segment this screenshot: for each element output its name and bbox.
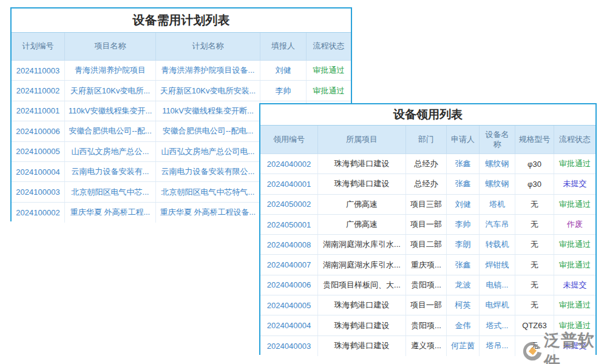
column-header-requisition-id: 领用编号 <box>260 126 318 153</box>
plan-name-cell[interactable]: 云南电力设备安装有限公... <box>156 162 260 181</box>
project-name-cell[interactable]: 重庆华夏 外高桥工程... <box>65 203 156 223</box>
spec-model-cell: QTZ63 <box>515 315 554 335</box>
plan-name-cell[interactable]: 重庆华夏 外高桥工程设备... <box>156 203 260 223</box>
requisition-id-link[interactable]: 2024050002 <box>260 195 318 214</box>
department-cell: 项目二部 <box>406 235 447 254</box>
spec-model-cell: 无 <box>515 336 554 356</box>
applicant-cell[interactable]: 李朗 <box>447 235 480 254</box>
table-row[interactable]: 2024040001 珠海鹤港口建设 总经办 张鑫 螺纹钢 φ30 未提交 <box>260 174 595 194</box>
table-row[interactable]: 2024040006 贵阳项目样板间、大... 贵阳项... 龙波 电镐... … <box>260 275 595 295</box>
plan-table-header-row: 计划编号 项目名称 计划名称 填报人 流程状态 <box>12 33 351 61</box>
equipment-name-cell[interactable]: 塔机 <box>480 195 515 214</box>
plan-id-link[interactable]: 2024110001 <box>12 101 65 121</box>
project-name-cell[interactable]: 青海洪湖养护院项目 <box>65 61 156 80</box>
applicant-cell[interactable]: 李帅 <box>447 215 480 234</box>
applicant-cell[interactable]: 张鑫 <box>447 174 480 194</box>
plan-name-cell[interactable]: 安徽合肥供电公司--配电... <box>156 121 260 141</box>
equipment-name-cell[interactable]: 塔吊... <box>480 336 515 356</box>
applicant-cell[interactable]: 刘健 <box>447 195 480 214</box>
applicant-cell[interactable]: 张鑫 <box>447 154 480 174</box>
plan-name-cell[interactable]: 青海洪湖养护院项目设备... <box>156 61 260 80</box>
status-badge: 审批通过 <box>554 235 595 254</box>
spec-model-cell: φ30 <box>515 154 554 174</box>
equipment-name-cell[interactable]: 汽车吊 <box>480 215 515 234</box>
plan-id-link[interactable]: 2024100005 <box>12 142 65 161</box>
equipment-requisition-table: 设备领用列表 领用编号 所属项目 部门 申请人 设备名称 规格型号 流程状态 2… <box>259 103 597 355</box>
plan-name-cell[interactable]: 天府新区10Kv变电所安装... <box>156 81 260 100</box>
requisition-id-link[interactable]: 2024040005 <box>260 295 318 315</box>
plan-id-link[interactable]: 2024110003 <box>12 61 65 80</box>
status-badge: 审批通过 <box>307 61 351 80</box>
project-cell: 珠海鹤港口建设 <box>318 174 406 194</box>
requisition-table-body: 2024040002 珠海鹤港口建设 总经办 张鑫 螺纹钢 φ30 审批通过 2… <box>260 154 595 356</box>
department-cell: 贵阳项... <box>406 275 447 295</box>
plan-id-link[interactable]: 2024100006 <box>12 121 65 141</box>
project-name-cell[interactable]: 山西弘文房地产总公... <box>65 142 156 161</box>
table-row[interactable]: 2024040007 湖南洞庭湖水库引水... 重庆项... 张鑫 焊钳线 无 … <box>260 255 595 275</box>
project-name-cell[interactable]: 110kV安徽线程集变开... <box>65 101 156 121</box>
table-row[interactable]: 2024040004 珠海鹤港口建设 贵阳项... 金伟 塔式... QTZ63… <box>260 315 595 335</box>
project-name-cell[interactable]: 北京朝阳区电气中芯... <box>65 182 156 201</box>
project-name-cell[interactable]: 云南电力设备安装有... <box>65 162 156 181</box>
applicant-cell[interactable]: 金伟 <box>447 315 480 335</box>
status-badge: 作废 <box>554 215 595 234</box>
plan-id-link[interactable]: 2024100002 <box>12 203 65 223</box>
applicant-cell[interactable]: 张鑫 <box>447 255 480 274</box>
status-badge: 审批通过 <box>554 315 595 335</box>
plan-name-cell[interactable]: 110kV安徽线程集变开断... <box>156 101 260 121</box>
requisition-id-link[interactable]: 2024040006 <box>260 275 318 295</box>
equipment-name-cell[interactable]: 电焊机 <box>480 295 515 315</box>
table-row[interactable]: 2024050002 广佛高速 项目三部 刘健 塔机 无 审批通过 <box>260 195 595 215</box>
filler-cell: 李帅 <box>260 81 307 100</box>
plan-name-cell[interactable]: 北京朝阳区电气中芯特气... <box>156 182 260 201</box>
plan-table-title: 设备需用计划列表 <box>12 8 351 33</box>
requisition-id-link[interactable]: 2024040002 <box>260 154 318 174</box>
plan-id-link[interactable]: 2024100004 <box>12 162 65 181</box>
equipment-name-cell[interactable]: 塔式... <box>480 315 515 335</box>
column-header-plan-id: 计划编号 <box>12 33 65 60</box>
column-header-spec-model: 规格型号 <box>515 126 554 153</box>
requisition-id-link[interactable]: 2024040007 <box>260 255 318 274</box>
table-row[interactable]: 2024040003 珠海鹤港口建设 遵义项... 何芷茵 塔吊... 无 未提… <box>260 336 595 356</box>
table-row[interactable]: 2024110003 青海洪湖养护院项目 青海洪湖养护院项目设备... 刘健 审… <box>12 61 351 81</box>
plan-name-cell[interactable]: 山西弘文房地产总公司电... <box>156 142 260 161</box>
table-row[interactable]: 2024040008 湖南洞庭湖水库引水... 项目二部 李朗 转载机 无 审批… <box>260 235 595 255</box>
project-name-cell[interactable]: 天府新区10Kv变电所... <box>65 81 156 100</box>
applicant-cell[interactable]: 柯英 <box>447 295 480 315</box>
column-header-equipment-name: 设备名称 <box>480 126 515 153</box>
plan-id-link[interactable]: 2024100003 <box>12 182 65 201</box>
project-cell: 珠海鹤港口建设 <box>318 154 406 174</box>
requisition-id-link[interactable]: 2024040004 <box>260 315 318 335</box>
requisition-id-link[interactable]: 2024040008 <box>260 235 318 254</box>
equipment-name-cell[interactable]: 电镐... <box>480 275 515 295</box>
column-header-project-name: 项目名称 <box>65 33 156 60</box>
equipment-name-cell[interactable]: 焊钳线 <box>480 255 515 274</box>
table-row[interactable]: 2024050001 广佛高速 项目一部 李帅 汽车吊 无 作废 <box>260 215 595 235</box>
applicant-cell[interactable]: 龙波 <box>447 275 480 295</box>
requisition-table-header-row: 领用编号 所属项目 部门 申请人 设备名称 规格型号 流程状态 <box>260 126 595 154</box>
table-row[interactable]: 2024040002 珠海鹤港口建设 总经办 张鑫 螺纹钢 φ30 审批通过 <box>260 154 595 174</box>
status-badge: 审批通过 <box>554 195 595 214</box>
status-badge: 审批通过 <box>554 295 595 315</box>
requisition-id-link[interactable]: 2024040003 <box>260 336 318 356</box>
equipment-name-cell[interactable]: 转载机 <box>480 235 515 254</box>
spec-model-cell: 无 <box>515 255 554 274</box>
column-header-applicant: 申请人 <box>447 126 480 153</box>
project-cell: 广佛高速 <box>318 195 406 214</box>
project-name-cell[interactable]: 安徽合肥供电公司--配... <box>65 121 156 141</box>
screen: 设备需用计划列表 计划编号 项目名称 计划名称 填报人 流程状态 2024110… <box>0 0 607 364</box>
requisition-id-link[interactable]: 2024050001 <box>260 215 318 234</box>
applicant-cell[interactable]: 何芷茵 <box>447 336 480 356</box>
table-row[interactable]: 2024110002 天府新区10Kv变电所... 天府新区10Kv变电所安装.… <box>12 81 351 101</box>
requisition-id-link[interactable]: 2024040001 <box>260 174 318 194</box>
filler-cell: 刘健 <box>260 61 307 80</box>
department-cell: 总经办 <box>406 174 447 194</box>
equipment-name-cell[interactable]: 螺纹钢 <box>480 154 515 174</box>
plan-id-link[interactable]: 2024110002 <box>12 81 65 100</box>
project-cell: 广佛高速 <box>318 215 406 234</box>
equipment-name-cell[interactable]: 螺纹钢 <box>480 174 515 194</box>
status-badge: 未提交 <box>554 336 595 356</box>
spec-model-cell: 无 <box>515 215 554 234</box>
table-row[interactable]: 2024040005 珠海鹤港口建设 项目一部 柯英 电焊机 无 审批通过 <box>260 295 595 315</box>
column-header-flow-status: 流程状态 <box>307 33 351 60</box>
